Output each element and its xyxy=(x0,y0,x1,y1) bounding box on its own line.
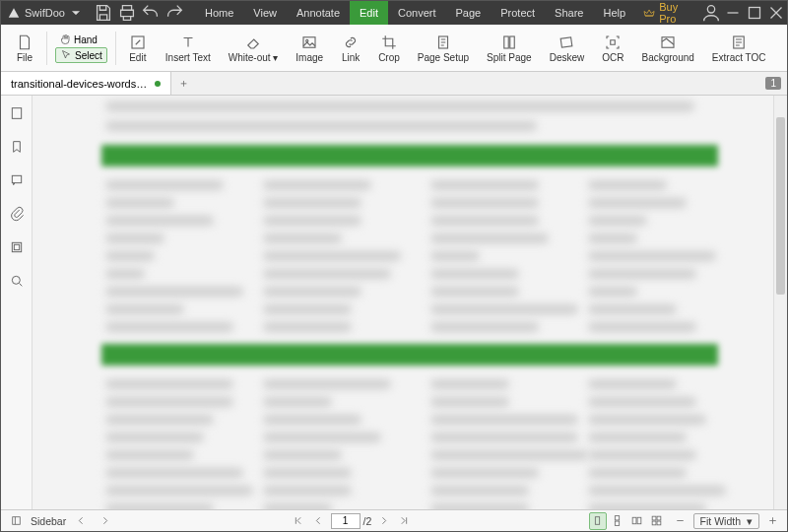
sidebar-label: Sidebar xyxy=(31,515,66,527)
vertical-scrollbar[interactable] xyxy=(773,96,787,509)
svg-rect-14 xyxy=(14,244,19,249)
toolbar-label: Split Page xyxy=(487,52,532,63)
chevron-down-icon[interactable] xyxy=(69,6,83,20)
menu-home[interactable]: Home xyxy=(195,1,243,25)
facing-view[interactable] xyxy=(628,512,646,530)
toolbar-label: Deskew xyxy=(550,52,585,63)
chevron-down-icon: ▾ xyxy=(747,515,753,527)
forward-button[interactable] xyxy=(96,512,113,530)
redo-icon[interactable] xyxy=(164,3,185,23)
last-page-button[interactable] xyxy=(395,512,413,530)
document-canvas[interactable] xyxy=(33,96,773,509)
menu-annotate[interactable]: Annotate xyxy=(287,1,350,25)
minimize-button[interactable] xyxy=(722,3,744,23)
deskew-tool[interactable]: Deskew xyxy=(542,27,593,70)
zoom-out-button[interactable] xyxy=(672,512,690,530)
crown-icon xyxy=(643,6,655,20)
document-tabs: transitional-devices-words-an... ＋ 1 xyxy=(1,72,787,96)
extract-toc-tool[interactable]: Extract TOC xyxy=(704,27,774,70)
zoom-in-button[interactable] xyxy=(763,512,781,530)
document-tab[interactable]: transitional-devices-words-an... xyxy=(1,72,171,95)
prev-page-button[interactable] xyxy=(310,512,328,530)
titlebar: SwifDoo Home View Annotate Edit Convert … xyxy=(1,1,787,25)
svg-rect-8 xyxy=(561,37,573,47)
buy-pro-label: Buy Pro xyxy=(659,1,692,25)
insert-text-tool[interactable]: Insert Text xyxy=(158,27,219,70)
link-tool[interactable]: Link xyxy=(333,27,368,70)
split-icon xyxy=(500,33,518,51)
svg-rect-19 xyxy=(615,521,619,525)
left-sidebar xyxy=(1,96,33,509)
svg-rect-7 xyxy=(510,36,515,48)
split-page-tool[interactable]: Split Page xyxy=(479,27,540,70)
attachments-panel-button[interactable] xyxy=(5,202,29,226)
crop-tool[interactable]: Crop xyxy=(370,27,408,70)
first-page-button[interactable] xyxy=(290,512,307,530)
svg-rect-22 xyxy=(652,516,656,520)
single-page-view[interactable] xyxy=(589,512,607,530)
thumbnail-view[interactable] xyxy=(648,512,666,530)
search-panel-button[interactable] xyxy=(5,269,29,293)
svg-point-15 xyxy=(12,276,20,284)
current-page-input[interactable] xyxy=(331,513,361,529)
edit-toolbar: File Hand Select Edit Insert Text White-… xyxy=(1,25,787,72)
menu-help[interactable]: Help xyxy=(593,1,635,25)
page-setup-icon xyxy=(434,33,452,51)
user-icon[interactable] xyxy=(700,3,722,23)
close-button[interactable] xyxy=(765,3,787,23)
print-icon[interactable] xyxy=(116,3,138,23)
maximize-button[interactable] xyxy=(744,3,765,23)
app-logo: SwifDoo xyxy=(1,6,89,20)
svg-rect-11 xyxy=(12,108,21,119)
zoom-dropdown[interactable]: Fit Width▾ xyxy=(693,513,759,529)
main-menu: Home View Annotate Edit Convert Page Pro… xyxy=(195,1,635,25)
toolbar-label: White-out ▾ xyxy=(229,52,279,63)
zoom-label: Fit Width xyxy=(700,515,741,527)
buy-pro-button[interactable]: Buy Pro xyxy=(635,1,700,25)
sidebar-toggle[interactable] xyxy=(7,512,25,530)
modified-dot-icon xyxy=(155,81,161,87)
select-mode[interactable]: Select xyxy=(55,47,107,63)
menu-edit[interactable]: Edit xyxy=(350,1,388,25)
hand-mode[interactable]: Hand xyxy=(55,33,107,46)
next-page-button[interactable] xyxy=(374,512,392,530)
ocr-tool[interactable]: OCR xyxy=(594,27,631,70)
menu-share[interactable]: Share xyxy=(545,1,593,25)
view-modes xyxy=(589,512,666,530)
window-controls xyxy=(700,3,787,23)
background-tool[interactable]: Background xyxy=(633,27,701,70)
page-setup-tool[interactable]: Page Setup xyxy=(410,27,477,70)
image-tool[interactable]: Image xyxy=(288,27,331,70)
toolbar-label: Crop xyxy=(378,52,400,63)
menu-protect[interactable]: Protect xyxy=(491,1,545,25)
layers-panel-button[interactable] xyxy=(5,235,29,259)
svg-rect-18 xyxy=(615,516,619,520)
toolbar-label: Image xyxy=(296,52,323,63)
file-button[interactable]: File xyxy=(7,27,42,70)
thumbnails-panel-button[interactable] xyxy=(5,101,29,125)
bookmarks-panel-button[interactable] xyxy=(5,135,29,159)
new-tab-button[interactable]: ＋ xyxy=(171,72,195,95)
toolbar-label: Background xyxy=(641,52,693,63)
svg-rect-16 xyxy=(12,517,20,525)
app-name: SwifDoo xyxy=(25,7,65,19)
annotations-panel-button[interactable] xyxy=(5,168,29,192)
scrollbar-thumb[interactable] xyxy=(776,117,785,295)
toolbar-label: Extract TOC xyxy=(712,52,766,63)
svg-rect-1 xyxy=(750,8,760,19)
hand-icon xyxy=(59,33,71,45)
edit-tool[interactable]: Edit xyxy=(120,27,156,70)
white-out-tool[interactable]: White-out ▾ xyxy=(221,27,287,70)
page-total: /2 xyxy=(363,515,372,527)
continuous-view[interactable] xyxy=(609,512,626,530)
back-button[interactable] xyxy=(72,512,90,530)
mode-switch: Hand Select xyxy=(51,31,111,65)
ocr-icon xyxy=(604,33,622,51)
toolbar-label: OCR xyxy=(602,52,624,63)
menu-view[interactable]: View xyxy=(243,1,287,25)
undo-icon[interactable] xyxy=(140,3,162,23)
menu-convert[interactable]: Convert xyxy=(388,1,446,25)
svg-point-0 xyxy=(707,6,714,13)
save-icon[interactable] xyxy=(93,3,114,23)
menu-page[interactable]: Page xyxy=(446,1,492,25)
